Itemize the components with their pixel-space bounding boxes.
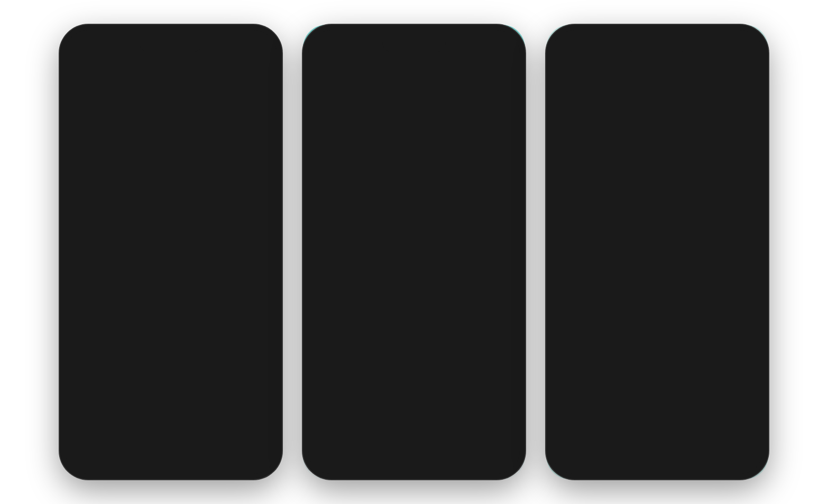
gallery-icon-3[interactable]: 🖼 xyxy=(582,451,594,465)
messages-2: …ook like a million pics… 👩 Love it 💯 Sa… xyxy=(303,82,525,405)
chat-header-2: ‹ Tiffany Campbell Active now 📞 📹 xyxy=(303,50,525,82)
sent-label-2: Sent just now xyxy=(480,365,519,374)
viewer-actions-3: ↓ ••• xyxy=(732,54,760,68)
time-3: 9:41 xyxy=(559,36,575,45)
video-duration-1: 0:12 xyxy=(113,432,130,440)
mic-icon-2[interactable]: 🎤 xyxy=(355,451,369,465)
recents-label-1[interactable]: Recents ∨ xyxy=(68,282,110,292)
photo-display-3[interactable]: 😊 😄 HD xyxy=(546,132,768,385)
time-2: 9:41 xyxy=(316,36,332,45)
msg-sent-1: Same. I'll send you some faves soon... xyxy=(136,86,275,105)
msg-thanks-1: Thanks 😀😀😀 xyxy=(82,109,148,138)
msg-selfie-2: Send me that 🔥 selfie xyxy=(325,181,391,210)
input-bar-3: + 📷 🖼 🎤 Aa 😊 👍 xyxy=(546,444,768,471)
video-icon-1[interactable]: 📹 xyxy=(260,60,273,72)
photo-cell-5[interactable]: 👫 xyxy=(134,370,208,443)
video-icon-2[interactable]: 📹 xyxy=(503,60,517,72)
picker-header-1: Recents ∨ HD xyxy=(60,275,282,296)
contact-info-1: Tiffany Campbell Active now xyxy=(106,58,234,74)
msg-loveit-2: Love it 💯 xyxy=(325,105,371,124)
message-input-3[interactable]: Aa xyxy=(617,449,723,466)
gallery-icon-1[interactable]: 🖼 xyxy=(96,247,107,260)
message-input-1[interactable]: Aa xyxy=(130,245,237,263)
camera-icon-2[interactable]: 📷 xyxy=(320,451,335,465)
input-bar-2: + 📷 🖼 🎤 Aa 😊 😊 xyxy=(303,445,525,471)
close-icon-3[interactable]: ✕ xyxy=(555,54,564,68)
message-input-2[interactable]: Aa xyxy=(373,449,479,466)
sticker-icon-1[interactable]: 😊 xyxy=(260,246,275,262)
status-bar-1: 9:41 ▌▌▌ WiFi 🔋 xyxy=(60,25,282,50)
status-icons-1: ▌▌▌ WiFi 🔋 xyxy=(229,36,269,44)
sent-avatar-1: 😊 xyxy=(263,200,275,212)
add-icon-1[interactable]: + xyxy=(66,247,73,260)
contact-status-1: Active now xyxy=(106,67,234,74)
hd-badge-1[interactable]: HD xyxy=(256,282,273,291)
emoji-icon-2[interactable]: 😊 xyxy=(483,451,498,465)
input-placeholder-3: Aa xyxy=(624,453,633,462)
image-content-3: 😊 😄 HD xyxy=(546,72,768,444)
more-icon-3[interactable]: ••• xyxy=(747,54,760,68)
msg-avatar-1: 👩 xyxy=(66,156,79,169)
wifi-icon-3: WiFi xyxy=(732,36,745,44)
camera-icon-1[interactable]: 📷 xyxy=(77,247,91,260)
home-indicator-3 xyxy=(546,471,768,479)
input-placeholder-1: Aa xyxy=(137,249,147,258)
send-button-1[interactable]: Send xyxy=(145,450,273,473)
emoji-icon-3[interactable]: 😊 xyxy=(728,451,742,465)
viewer-header-3: ✕ ↓ ••• xyxy=(546,50,768,72)
photo-cell-4[interactable]: 👩 0:12 xyxy=(60,370,133,443)
like-icon-3[interactable]: 👍 xyxy=(746,451,762,465)
status-bar-3: 9:41 ▌▌▌ WiFi 🔋 xyxy=(546,25,768,50)
battery-icon: 🔋 xyxy=(261,36,269,44)
photo-cell-3[interactable]: 🌲 xyxy=(208,296,282,369)
mic-icon-1[interactable]: 🎤 xyxy=(112,247,126,260)
wifi-icon: WiFi xyxy=(245,36,259,44)
contact-name-1: Tiffany Campbell xyxy=(106,58,234,67)
msg-hd-1: I'll send it HD!!! Obsessed! 🤩 xyxy=(165,172,275,191)
contact-status-2: Active now xyxy=(349,67,477,74)
call-icon-2[interactable]: 📞 xyxy=(482,60,495,72)
phone-3: 9:41 ▌▌▌ WiFi 🔋 ✕ ↓ ••• 😊 xyxy=(546,25,768,479)
back-button-1[interactable]: ‹ xyxy=(64,58,76,74)
back-button-2[interactable]: ‹ xyxy=(307,58,319,74)
msg-peek-2: …ook like a million pics… xyxy=(434,84,519,101)
msg-school-2: See you at school tomorrow ❤️ xyxy=(403,235,519,254)
messages-1: Same. I'll send you some faves soon... 👩… xyxy=(60,82,282,219)
mic-icon-3[interactable]: 🎤 xyxy=(598,451,612,465)
input-placeholder-2: Aa xyxy=(381,453,390,462)
msg-thanks-2: Thanks 😀😀😀 xyxy=(325,151,391,180)
share-row-2: ⬆ xyxy=(309,376,519,401)
emoji-icon-1[interactable]: 😊 xyxy=(241,247,255,260)
header-icons-2: 📞 📹 xyxy=(482,60,517,72)
photo-cell-1[interactable]: 1 xyxy=(60,296,133,369)
status-icons-3: ▌▌▌ WiFi 🔋 xyxy=(715,36,756,44)
add-icon-3[interactable]: + xyxy=(553,451,559,465)
photo-cell-6[interactable]: 🎭 xyxy=(208,370,282,443)
sticker-icon-2[interactable]: 😊 xyxy=(502,450,519,466)
photo-cell-2[interactable]: 🎉 xyxy=(134,296,208,369)
gallery-icon-2[interactable]: 🖼 xyxy=(339,451,351,465)
action-bar-1: Edit Send xyxy=(60,443,282,479)
chat-area-1: Same. I'll send you some faves soon... 👩… xyxy=(60,82,282,241)
share-icon-2[interactable]: ⬆ xyxy=(406,380,422,397)
add-icon-2[interactable]: + xyxy=(309,451,316,465)
home-indicator-2 xyxy=(303,471,525,479)
chat-area-2: …ook like a million pics… 👩 Love it 💯 Sa… xyxy=(303,82,525,445)
photo-picker-1: Recents ∨ HD 1 🎉 🌲 xyxy=(60,275,282,479)
input-bar-1: + 📷 🖼 🎤 Aa 😊 😊 xyxy=(60,241,282,267)
call-icon-1[interactable]: 📞 xyxy=(238,60,252,72)
status-bar-2: 9:41 ▌▌▌ WiFi 🔋 xyxy=(303,25,525,50)
battery-icon-3: 🔋 xyxy=(748,36,756,44)
signal-icon: ▌▌▌ xyxy=(229,36,243,44)
chat-header-1: ‹ Tiffany Campbell Active now 📞 📹 xyxy=(60,50,282,82)
camera-icon-3[interactable]: 📷 xyxy=(564,451,578,465)
phone-2: 9:41 ▌▌▌ WiFi 🔋 ‹ Tiffany Campbell Activ… xyxy=(303,25,525,479)
msg-selfie-1: Send me that 🔥 selfie xyxy=(82,139,148,169)
msg-avatar-2b: 👩 xyxy=(309,197,322,210)
signal-icon-2: ▌▌▌ xyxy=(472,36,486,44)
signal-icon-3: ▌▌▌ xyxy=(715,36,729,44)
edit-button-1[interactable]: Edit xyxy=(68,450,140,473)
svg-line-8 xyxy=(261,235,263,241)
sent-photo-2[interactable]: 😊👩 HD xyxy=(413,259,519,365)
download-icon-3[interactable]: ↓ xyxy=(732,54,738,68)
